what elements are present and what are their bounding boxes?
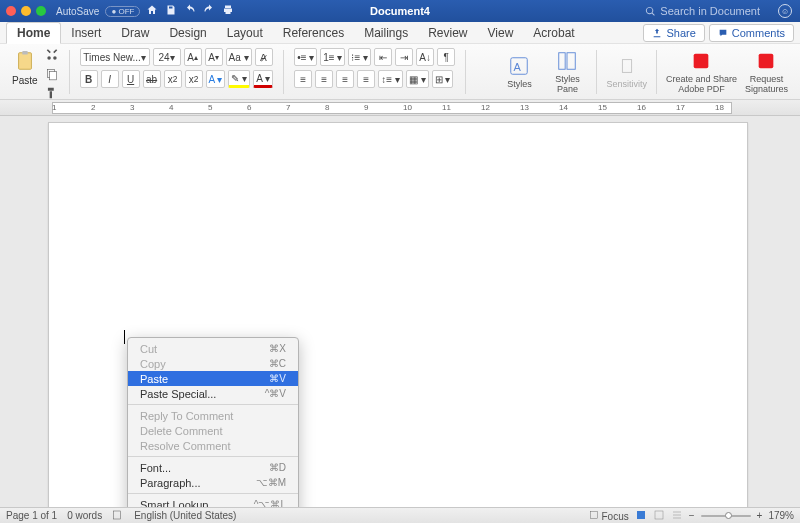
context-menu-item-paste[interactable]: Paste⌘V (128, 371, 298, 386)
focus-mode-button[interactable]: Focus (589, 510, 629, 522)
context-menu-shortcut: ⌘D (269, 462, 286, 473)
tab-references[interactable]: References (273, 23, 354, 43)
tab-review[interactable]: Review (418, 23, 477, 43)
tab-acrobat[interactable]: Acrobat (523, 23, 584, 43)
paste-button[interactable]: Paste (12, 48, 38, 86)
feedback-icon[interactable]: ☺ (778, 4, 792, 18)
horizontal-ruler[interactable]: 123456789101112131415161718 (0, 100, 800, 116)
highlight-color-icon[interactable]: ✎ ▾ (228, 70, 250, 88)
svg-rect-13 (637, 511, 645, 519)
document-title: Document4 (370, 5, 430, 17)
view-print-layout-icon[interactable] (635, 509, 647, 523)
redo-icon[interactable] (203, 4, 215, 18)
line-spacing-icon[interactable]: ↕≡ ▾ (378, 70, 403, 88)
justify-icon[interactable]: ≡ (357, 70, 375, 88)
cut-icon[interactable] (45, 48, 59, 64)
zoom-level[interactable]: 179% (768, 510, 794, 521)
font-group: Times New... ▾ 24 ▾ A▴ A▾ Aa ▾ A̷ B I U … (74, 46, 280, 97)
home-icon[interactable] (146, 4, 158, 18)
context-menu-item-smart-lookup[interactable]: Smart Lookup...^⌥⌘L (128, 497, 298, 507)
svg-rect-7 (567, 52, 575, 69)
svg-rect-9 (694, 53, 709, 68)
tab-mailings[interactable]: Mailings (354, 23, 418, 43)
close-window-button[interactable] (6, 6, 16, 16)
borders-icon[interactable]: ⊞ ▾ (432, 70, 454, 88)
ribbon-tabs: Home Insert Draw Design Layout Reference… (0, 22, 800, 44)
font-color-icon[interactable]: A ▾ (253, 70, 273, 88)
share-button[interactable]: Share (643, 24, 704, 42)
adobe-create-share-button[interactable]: Create and Share Adobe PDF (666, 50, 737, 94)
shrink-font-icon[interactable]: A▾ (205, 48, 223, 66)
context-menu-item-font[interactable]: Font...⌘D (128, 460, 298, 475)
svg-rect-3 (49, 72, 56, 80)
tab-insert[interactable]: Insert (61, 23, 111, 43)
ribbon-right: A Styles Styles Pane Sensitivity Create … (493, 50, 794, 94)
zoom-out-button[interactable]: − (689, 510, 695, 521)
print-icon[interactable] (222, 4, 234, 18)
maximize-window-button[interactable] (36, 6, 46, 16)
context-menu-item-delete-comment: Delete Comment (128, 423, 298, 438)
font-name-combo[interactable]: Times New... ▾ (80, 48, 150, 66)
title-bar: AutoSave ● OFF Document4 Search in Docum… (0, 0, 800, 22)
styles-pane-button[interactable]: Styles Pane (547, 50, 587, 94)
comments-button[interactable]: Comments (709, 24, 794, 42)
sensitivity-button[interactable]: Sensitivity (606, 55, 647, 89)
context-menu-item-label: Smart Lookup... (140, 499, 218, 508)
search-box[interactable]: Search in Document (645, 5, 760, 17)
font-size-combo[interactable]: 24 ▾ (153, 48, 181, 66)
tab-home[interactable]: Home (6, 22, 61, 44)
adobe-request-signatures-button[interactable]: Request Signatures (745, 50, 788, 94)
align-right-icon[interactable]: ≡ (336, 70, 354, 88)
ruler-active-area (52, 102, 732, 114)
underline-button[interactable]: U (122, 70, 140, 88)
align-left-icon[interactable]: ≡ (294, 70, 312, 88)
bullets-icon[interactable]: •≡ ▾ (294, 48, 317, 66)
strikethrough-button[interactable]: ab (143, 70, 161, 88)
context-menu: Cut⌘XCopy⌘CPaste⌘VPaste Special...^⌘VRep… (127, 337, 299, 507)
tab-draw[interactable]: Draw (111, 23, 159, 43)
svg-rect-1 (22, 51, 28, 55)
svg-rect-0 (18, 53, 31, 70)
show-marks-icon[interactable]: ¶ (437, 48, 455, 66)
tab-layout[interactable]: Layout (217, 23, 273, 43)
subscript-button[interactable]: x2 (164, 70, 182, 88)
view-web-layout-icon[interactable] (653, 509, 665, 523)
zoom-slider[interactable] (701, 515, 751, 517)
tab-view[interactable]: View (478, 23, 524, 43)
svg-rect-6 (559, 52, 565, 69)
context-menu-item-label: Reply To Comment (140, 410, 233, 422)
text-effects-icon[interactable]: A ▾ (206, 70, 226, 88)
svg-text:A: A (514, 60, 522, 72)
undo-icon[interactable] (184, 4, 196, 18)
minimize-window-button[interactable] (21, 6, 31, 16)
tab-design[interactable]: Design (159, 23, 216, 43)
context-menu-item-paste-special[interactable]: Paste Special...^⌘V (128, 386, 298, 401)
numbering-icon[interactable]: 1≡ ▾ (320, 48, 345, 66)
multilevel-list-icon[interactable]: ⁝≡ ▾ (348, 48, 371, 66)
status-bar: Page 1 of 1 0 words English (United Stat… (0, 507, 800, 523)
save-icon[interactable] (165, 4, 177, 18)
ruler-mark: 14 (559, 103, 568, 112)
sort-icon[interactable]: A↓ (416, 48, 434, 66)
clear-formatting-icon[interactable]: A̷ (255, 48, 273, 66)
autosave-toggle[interactable]: ● OFF (105, 6, 140, 17)
status-language[interactable]: English (United States) (134, 510, 236, 521)
context-menu-item-paragraph[interactable]: Paragraph...⌥⌘M (128, 475, 298, 490)
decrease-indent-icon[interactable]: ⇤ (374, 48, 392, 66)
align-center-icon[interactable]: ≡ (315, 70, 333, 88)
styles-gallery[interactable]: A Styles (499, 55, 539, 89)
zoom-in-button[interactable]: + (757, 510, 763, 521)
view-outline-icon[interactable] (671, 509, 683, 523)
status-wordcount[interactable]: 0 words (67, 510, 102, 521)
bold-button[interactable]: B (80, 70, 98, 88)
status-page[interactable]: Page 1 of 1 (6, 510, 57, 521)
grow-font-icon[interactable]: A▴ (184, 48, 202, 66)
shading-icon[interactable]: ▦ ▾ (406, 70, 429, 88)
copy-icon[interactable] (45, 67, 59, 83)
ruler-mark: 7 (286, 103, 290, 112)
italic-button[interactable]: I (101, 70, 119, 88)
increase-indent-icon[interactable]: ⇥ (395, 48, 413, 66)
change-case-icon[interactable]: Aa ▾ (226, 48, 252, 66)
superscript-button[interactable]: x2 (185, 70, 203, 88)
spellcheck-icon[interactable] (112, 509, 124, 523)
